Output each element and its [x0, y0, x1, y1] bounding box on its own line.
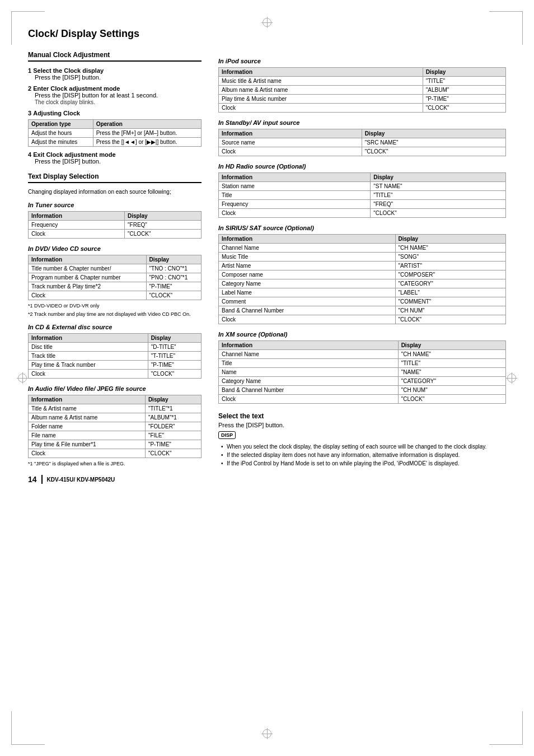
hd-row3-info: Frequency — [219, 200, 371, 209]
sirius-row-1: Channel Name "CH NAME" — [219, 244, 506, 253]
xm-row3-info: Name — [219, 368, 399, 377]
cd-row-3: Play time & Track number "P-TIME" — [29, 361, 202, 370]
cd-row1-info: Disc title — [29, 343, 148, 352]
dvd-row2-info: Program number & Chapter number — [29, 273, 147, 282]
dvd-row1-info: Title number & Chapter number/ — [29, 264, 147, 273]
sirius-row9-info: Clock — [219, 315, 396, 324]
xm-row3-display: "NAME" — [398, 368, 505, 377]
xm-row-6: Clock "CLOCK" — [219, 395, 506, 404]
audio-row6-display: "CLOCK" — [145, 449, 201, 458]
sirius-row-2: Music Title "SONG" — [219, 253, 506, 262]
cd-row4-info: Clock — [29, 370, 148, 379]
dvd-row4-display: "CLOCK" — [146, 291, 202, 300]
bullet-1: When you select the clock display, the d… — [221, 444, 506, 450]
text-display-title: Text Display Selection — [28, 172, 202, 183]
standby-header-display: Display — [362, 129, 505, 138]
audio-row2-display: "ALBUM"*1 — [145, 413, 201, 422]
step-1-sub: Press the [DISP] button. — [35, 74, 101, 81]
dvd-row3-display: "P-TIME" — [146, 282, 202, 291]
sirius-row5-display: "CATEGORY" — [395, 279, 505, 288]
step-3-num: 3 — [28, 110, 31, 116]
ipod-row-1: Music title & Artist name "TITLE" — [219, 77, 506, 86]
cd-row3-info: Play time & Track number — [29, 361, 148, 370]
step-1: 1 Select the Clock display Press the [DI… — [28, 67, 202, 81]
audio-footnote: *1 "JPEG" is displayed when a file is JP… — [28, 461, 202, 466]
hd-row3-display: "FREQ" — [371, 200, 506, 209]
operation-table: Operation type Operation Adjust the hour… — [28, 119, 202, 147]
xm-row-1: Channel Name "CH NAME" — [219, 350, 506, 359]
tuner-freq-display: "FREQ" — [125, 221, 202, 230]
ipod-row1-display: "TITLE" — [423, 77, 505, 86]
xm-table: Information Display Channel Name "CH NAM… — [218, 340, 506, 404]
ipod-row2-info: Album name & Artist name — [219, 86, 423, 95]
xm-row5-info: Band & Channel Number — [219, 386, 399, 395]
select-text-title: Select the text — [218, 412, 506, 420]
footer-page-num: 14 — [28, 475, 37, 484]
audio-row-4: File name "FILE" — [29, 431, 202, 440]
sirius-row8-info: Band & Channel Number — [219, 306, 396, 315]
audio-row-6: Clock "CLOCK" — [29, 449, 202, 458]
step-4-title: Exit Clock adjustment mode — [33, 151, 115, 158]
hd-row1-info: Station name — [219, 182, 371, 191]
tuner-table: Information Display Frequency "FREQ" Clo… — [28, 211, 202, 239]
xm-row-4: Category Name "CATEGORY" — [219, 377, 506, 386]
sirius-row-9: Clock "CLOCK" — [219, 315, 506, 324]
standby-header-info: Information — [219, 129, 362, 138]
xm-row1-info: Channel Name — [219, 350, 399, 359]
text-display-intro: Changing displayed information on each s… — [28, 189, 202, 195]
ipod-sub-title: In iPod source — [218, 58, 506, 64]
xm-header-info: Information — [219, 341, 399, 350]
dvd-footnote-1: *1 DVD-VIDEO or DVD-VR only — [28, 303, 202, 309]
select-text-instruction: Press the [DISP] button. — [218, 422, 506, 428]
ipod-row1-info: Music title & Artist name — [219, 77, 423, 86]
ipod-header-display: Display — [423, 68, 505, 77]
disp-button-instruction: Press the [DISP] button. — [218, 422, 284, 428]
standby-row-2: Clock "CLOCK" — [219, 147, 506, 156]
hd-row-1: Station name "ST NAME" — [219, 182, 506, 191]
tuner-freq-info: Frequency — [29, 221, 125, 230]
audio-row3-info: Folder name — [29, 422, 146, 431]
sirius-row6-info: Label Name — [219, 288, 396, 297]
tuner-row-freq: Frequency "FREQ" — [29, 221, 202, 230]
sirius-row2-info: Music Title — [219, 253, 396, 262]
footer-divider — [41, 475, 43, 484]
hd-row4-info: Clock — [219, 209, 371, 218]
text-display-section: Text Display Selection Changing displaye… — [28, 172, 202, 466]
sirius-row5-info: Category Name — [219, 279, 396, 288]
cd-header-display: Display — [148, 334, 201, 343]
step-4: 4 Exit Clock adjustment mode Press the [… — [28, 151, 202, 165]
sirius-row7-info: Comment — [219, 297, 396, 306]
dvd-row-1: Title number & Chapter number/ "TNO : CN… — [29, 264, 202, 273]
xm-row-5: Band & Channel Number "CH NUM" — [219, 386, 506, 395]
standby-row1-display: "SRC NAME" — [362, 138, 505, 147]
op-row-hours-type: Adjust the hours — [29, 129, 93, 138]
sirius-header-display: Display — [395, 235, 505, 244]
audio-row-2: Album name & Artist name "ALBUM"*1 — [29, 413, 202, 422]
sirius-row3-display: "ARTIST" — [395, 262, 505, 270]
step-2-title: Enter Clock adjustment mode — [33, 85, 120, 92]
audio-row6-info: Clock — [29, 449, 146, 458]
audio-sub-title: In Audio file/ Video file/ JPEG file sou… — [28, 385, 202, 392]
sirius-row4-info: Composer name — [219, 270, 396, 279]
hd-row-2: Title "TITLE" — [219, 191, 506, 200]
xm-row6-info: Clock — [219, 395, 399, 404]
left-column: Manual Clock Adjustment 1 Select the Clo… — [28, 51, 202, 484]
standby-table: Information Display Source name "SRC NAM… — [218, 129, 506, 156]
bullet-2: If the selected display item does not ha… — [221, 452, 506, 458]
xm-row2-display: "TITLE" — [398, 359, 505, 368]
ipod-table: Information Display Music title & Artist… — [218, 67, 506, 113]
xm-sub-title: In XM source (Optional) — [218, 331, 506, 338]
cd-row-2: Track title "T-TITLE" — [29, 352, 202, 361]
xm-row4-info: Category Name — [219, 377, 399, 386]
step-1-num: 1 — [28, 67, 31, 74]
ipod-row-4: Clock "CLOCK" — [219, 104, 506, 113]
sirius-row8-display: "CH NUM" — [395, 306, 505, 315]
audio-row-1: Title & Artist name "TITLE"*1 — [29, 404, 202, 413]
hd-row-4: Clock "CLOCK" — [219, 209, 506, 218]
cd-row2-display: "T-TITLE" — [148, 352, 201, 361]
hd-row4-display: "CLOCK" — [371, 209, 506, 218]
ipod-row3-info: Play time & Music number — [219, 95, 423, 104]
dvd-row1-display: "TNO : CNO"*1 — [146, 264, 202, 273]
tuner-sub-title: In Tuner source — [28, 202, 202, 208]
audio-row4-display: "FILE" — [145, 431, 201, 440]
